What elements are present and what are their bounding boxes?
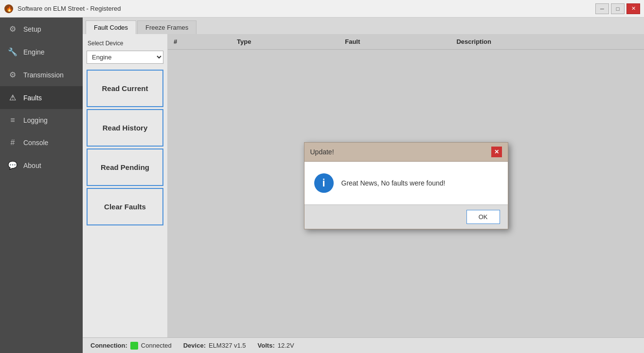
- modal-title: Update!: [310, 148, 334, 156]
- tab-fault-codes[interactable]: Fault Codes: [86, 20, 136, 34]
- engine-icon: 🔧: [8, 47, 18, 56]
- window-controls: ─ □ ✕: [595, 3, 640, 14]
- sidebar-label-engine: Engine: [23, 48, 45, 56]
- sidebar: ⚙ Setup 🔧 Engine ⚙ Transmission ⚠ Faults…: [0, 18, 83, 353]
- sidebar-item-transmission[interactable]: ⚙ Transmission: [0, 63, 83, 86]
- sidebar-label-transmission: Transmission: [23, 71, 64, 79]
- read-history-button[interactable]: Read History: [87, 109, 163, 147]
- connection-indicator: [130, 342, 138, 350]
- modal-close-button[interactable]: ✕: [491, 147, 502, 157]
- sidebar-item-setup[interactable]: ⚙ Setup: [0, 18, 83, 40]
- title-bar-left: 🔥 Software on ELM Street - Registered: [4, 4, 121, 14]
- transmission-icon: ⚙: [8, 70, 18, 79]
- sidebar-label-console: Console: [23, 139, 48, 147]
- device-value: ELM327 v1.5: [209, 342, 246, 349]
- connection-value: Connected: [141, 342, 172, 349]
- sidebar-label-about: About: [23, 162, 41, 169]
- sidebar-label-faults: Faults: [23, 94, 42, 102]
- buttons-panel: Select Device Engine Transmission ABS Ai…: [83, 34, 168, 337]
- tab-bar: Fault Codes Freeze Frames: [83, 18, 644, 34]
- window-title: Software on ELM Street - Registered: [18, 5, 121, 12]
- device-select[interactable]: Engine Transmission ABS Airbag: [87, 51, 163, 64]
- connection-label: Connection:: [90, 342, 127, 349]
- table-area: # Type Fault Description Update!: [168, 34, 644, 337]
- modal-footer: OK: [304, 204, 508, 229]
- modal-body: i Great News, No faults were found!: [304, 162, 508, 204]
- modal-ok-button[interactable]: OK: [466, 210, 500, 224]
- clear-faults-button[interactable]: Clear Faults: [87, 188, 163, 225]
- status-bar: Connection: Connected Device: ELM327 v1.…: [83, 337, 644, 353]
- sidebar-item-faults[interactable]: ⚠ Faults: [0, 86, 83, 109]
- read-current-button[interactable]: Read Current: [87, 70, 163, 107]
- volts-status: Volts: 12.2V: [258, 342, 294, 349]
- info-icon: i: [314, 173, 334, 193]
- about-icon: 💬: [8, 161, 18, 170]
- sidebar-item-logging[interactable]: ≡ Logging: [0, 109, 83, 131]
- modal-dialog: Update! ✕ i Great News, No faults were f…: [304, 142, 508, 229]
- sidebar-item-console[interactable]: # Console: [0, 131, 83, 154]
- read-pending-button[interactable]: Read Pending: [87, 149, 163, 186]
- tab-freeze-frames[interactable]: Freeze Frames: [137, 20, 197, 34]
- sidebar-label-logging: Logging: [23, 116, 48, 124]
- sidebar-item-about[interactable]: 💬 About: [0, 154, 83, 177]
- logging-icon: ≡: [8, 116, 18, 125]
- app-icon: 🔥: [4, 4, 14, 14]
- right-panel: Fault Codes Freeze Frames Select Device …: [83, 18, 644, 353]
- close-button[interactable]: ✕: [626, 3, 640, 14]
- modal-overlay: Update! ✕ i Great News, No faults were f…: [168, 34, 644, 337]
- volts-value: 12.2V: [278, 342, 294, 349]
- volts-label: Volts:: [258, 342, 275, 349]
- title-bar: 🔥 Software on ELM Street - Registered ─ …: [0, 0, 644, 18]
- faults-icon: ⚠: [8, 93, 18, 102]
- connection-status: Connection: Connected: [90, 342, 172, 350]
- device-status: Device: ELM327 v1.5: [183, 342, 246, 349]
- sidebar-label-setup: Setup: [23, 25, 41, 33]
- main-content: ⚙ Setup 🔧 Engine ⚙ Transmission ⚠ Faults…: [0, 18, 644, 353]
- minimize-button[interactable]: ─: [595, 3, 609, 14]
- sidebar-item-engine[interactable]: 🔧 Engine: [0, 40, 83, 63]
- modal-titlebar: Update! ✕: [304, 143, 508, 162]
- svg-text:🔥: 🔥: [6, 6, 13, 12]
- modal-message: Great News, No faults were found!: [341, 179, 446, 187]
- maximize-button[interactable]: □: [611, 3, 625, 14]
- setup-icon: ⚙: [8, 24, 18, 34]
- device-label: Device:: [183, 342, 206, 349]
- console-icon: #: [8, 138, 18, 147]
- content-area: Select Device Engine Transmission ABS Ai…: [83, 34, 644, 337]
- select-device-label: Select Device: [87, 40, 163, 47]
